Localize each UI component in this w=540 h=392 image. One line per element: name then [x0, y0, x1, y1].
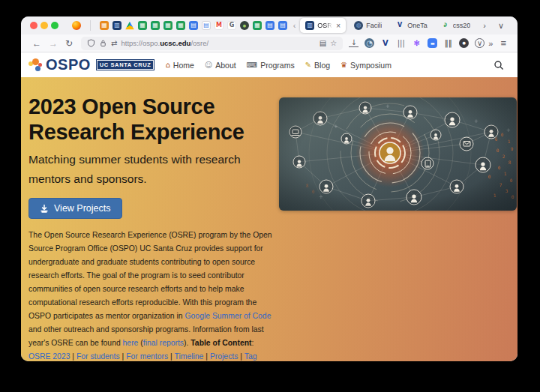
ospo-favicon[interactable]: ▥: [305, 21, 314, 30]
firefox-pinned-tab[interactable]: [72, 21, 81, 30]
nav-blog[interactable]: ✎Blog: [305, 61, 330, 70]
search-icon[interactable]: [494, 60, 504, 70]
doc-outline-pinned-tab[interactable]: ▤: [202, 21, 211, 30]
forward-button[interactable]: →: [45, 38, 62, 49]
flower-extension-icon[interactable]: ✻: [412, 38, 422, 48]
tab[interactable]: VOneTa: [390, 18, 433, 33]
shield-icon[interactable]: [87, 39, 95, 47]
zoom-window-button[interactable]: [51, 22, 58, 29]
pocket-extension-icon[interactable]: ∨: [475, 38, 484, 48]
home-icon: ⌂: [165, 61, 170, 69]
url-bar[interactable]: ⇄ https://ospo.ucsc.edu/osre/ ▤ ☆: [81, 37, 343, 50]
barcode-extension-icon[interactable]: ‖‖: [443, 38, 453, 48]
inline-link[interactable]: OSRE 2023: [28, 352, 70, 361]
bookmark-star-icon[interactable]: ☆: [330, 39, 337, 47]
browser-toolbar: ← → ↻ ⇄ https://ospo.ucsc.edu/osre/ ▤ ☆ …: [21, 34, 518, 52]
hero-image: 601 902 801 073 010 80 +++ ++: [279, 97, 517, 211]
list-all-tabs-icon[interactable]: ∨: [494, 21, 508, 31]
inline-link[interactable]: Timeline: [175, 352, 204, 361]
tab-title: Facili: [366, 22, 382, 29]
gmail-pinned-tab[interactable]: M: [214, 21, 224, 30]
inline-link[interactable]: Google Summer of Code: [185, 312, 272, 320]
logo-blobs-icon: [28, 56, 44, 74]
body-text: |: [238, 352, 244, 361]
intro-paragraph: The Open Source Research Experience (OSR…: [28, 229, 277, 362]
navy-app-pinned-tab[interactable]: ▥: [112, 21, 122, 30]
url-text[interactable]: https://ospo.ucsc.edu/osre/: [121, 39, 315, 47]
container-arrows-icon: ⇄: [111, 39, 117, 47]
nav-about[interactable]: ☺About: [205, 61, 236, 70]
memo-icon: ✎: [305, 61, 311, 69]
menu-icon[interactable]: ≡: [496, 37, 510, 49]
body-text: |: [168, 352, 174, 361]
inline-link[interactable]: For mentors: [126, 352, 168, 361]
computer-icon: ⌨: [247, 61, 257, 69]
onetab-favicon[interactable]: V: [395, 21, 404, 30]
nav-label: Home: [173, 61, 194, 70]
nav-label: Blog: [314, 61, 330, 70]
site-header: OSPO UC SANTA CRUZ ⌂Home☺About⌨Programs✎…: [21, 52, 518, 77]
chat-extension-icon[interactable]: ▬: [428, 38, 437, 48]
active-tab[interactable]: ▥OSRE×: [300, 18, 346, 33]
extension-icons: ↓◔V|||✻▬‖‖●∨: [349, 38, 484, 48]
google-drive-pinned-tab[interactable]: [125, 21, 134, 30]
leaf-favicon[interactable]: ∂: [441, 21, 450, 30]
scroll-tabs-left-icon[interactable]: ‹: [292, 21, 298, 30]
tab-divider: [90, 20, 91, 31]
nav-label: Symposium: [350, 61, 392, 70]
nav-home[interactable]: ⌂Home: [165, 61, 194, 70]
person-icon: ☺: [205, 61, 212, 69]
browser-window: ▦▥▦▦▦▦▤▤MG●▦▤▤ ‹ ▥OSRE×◍FaciliVOneTa∂css…: [21, 16, 518, 361]
google-pinned-tab[interactable]: G: [227, 21, 236, 30]
google-sheets-pinned-tab[interactable]: ▦: [151, 21, 160, 30]
facilities-favicon[interactable]: ◍: [354, 21, 363, 30]
inline-link[interactable]: Projects: [210, 352, 238, 361]
dark-globe-pinned-tab[interactable]: ●: [240, 21, 249, 30]
globe-extension-icon[interactable]: ◔: [364, 38, 374, 48]
nav-label: Programs: [260, 61, 295, 70]
ospo-logo[interactable]: OSPO UC SANTA CRUZ: [28, 56, 154, 74]
inline-link[interactable]: For students: [76, 352, 120, 361]
overflow-icon[interactable]: »: [484, 39, 496, 48]
reload-button[interactable]: ↻: [62, 38, 76, 49]
lock-icon[interactable]: [99, 39, 107, 47]
orange-sheet-pinned-tab[interactable]: ▦: [100, 21, 109, 30]
page-content: 2023 Open Source Research Experience Mat…: [21, 77, 518, 361]
network-community-graphic: 601 902 801 073 010 80 +++ ++: [279, 97, 517, 211]
inline-link[interactable]: here: [123, 339, 139, 347]
tab-title: OneTa: [407, 22, 428, 29]
trophy-icon: ♛: [340, 61, 347, 69]
site-nav: ⌂Home☺About⌨Programs✎Blog♛Symposium: [165, 61, 391, 70]
downloads-icon[interactable]: ↓: [349, 39, 358, 47]
inline-link[interactable]: final reports: [143, 339, 184, 347]
minimize-window-button[interactable]: [40, 22, 48, 29]
google-docs-pinned-tab[interactable]: ▤: [189, 21, 198, 30]
logo-badge: UC SANTA CRUZ: [96, 59, 155, 70]
body-text: |: [70, 352, 76, 361]
reader-view-icon[interactable]: ▤: [320, 39, 326, 47]
close-tab-icon[interactable]: ×: [336, 22, 340, 30]
nav-programs[interactable]: ⌨Programs: [247, 61, 295, 70]
stats-extension-icon[interactable]: |||: [396, 38, 406, 48]
tab-title: css20: [453, 22, 471, 29]
onetab-extension-icon[interactable]: V: [380, 38, 390, 48]
ghostery-extension-icon[interactable]: ●: [459, 38, 469, 48]
tab-strip: ▦▥▦▦▦▦▤▤MG●▦▤▤ ‹ ▥OSRE×◍FaciliVOneTa∂css…: [21, 16, 518, 34]
view-projects-button[interactable]: View Projects: [28, 198, 122, 219]
nav-symposium[interactable]: ♛Symposium: [340, 61, 392, 70]
page-title: 2023 Open Source Research Experience: [28, 94, 284, 145]
google-sheets-pinned-tab[interactable]: ▦: [253, 21, 262, 30]
body-text: ).: [184, 339, 190, 347]
back-button[interactable]: ←: [28, 38, 45, 49]
google-sheets-pinned-tab[interactable]: ▦: [176, 21, 185, 30]
tab[interactable]: ∂css20: [436, 18, 476, 33]
google-docs-pinned-tab[interactable]: ▤: [266, 21, 274, 30]
pinned-tabs: ▦▥▦▦▦▦▤▤MG●▦▤▤: [72, 20, 287, 31]
tab[interactable]: ◍Facili: [349, 18, 387, 33]
google-sheets-pinned-tab[interactable]: ▦: [164, 21, 172, 30]
google-docs-pinned-tab[interactable]: ▤: [278, 21, 287, 30]
expand-tabs-icon[interactable]: ›: [478, 21, 490, 30]
close-window-button[interactable]: [30, 22, 38, 29]
google-sheets-pinned-tab[interactable]: ▦: [138, 21, 147, 30]
logo-wordmark: OSPO: [46, 56, 91, 73]
